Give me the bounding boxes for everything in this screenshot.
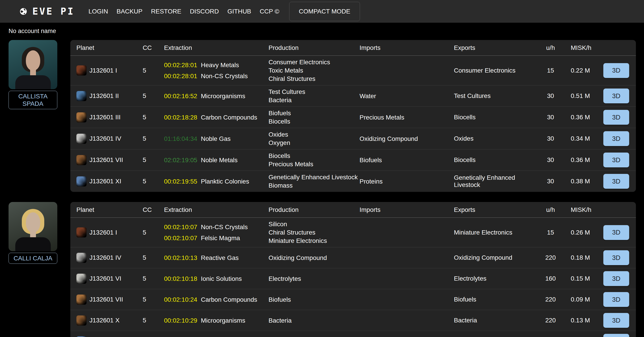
imports-cell: Precious Metals: [360, 113, 454, 122]
planet-row: J132601 X 5 00:02:10:29Microorganisms Ba…: [70, 310, 636, 331]
misk-value: 0.22 M: [560, 67, 603, 74]
planet-name: J132601 I: [90, 67, 117, 74]
planet-icon: [76, 66, 86, 76]
extraction-resource: Noble Gas: [201, 134, 230, 143]
misk-value: 0.38 M: [560, 178, 603, 185]
production-cell: BiocellsPrecious Metals: [268, 152, 360, 168]
nav-link-discord[interactable]: DISCORD: [190, 8, 219, 15]
view-3d-button[interactable]: 3D: [603, 152, 629, 168]
planet-name: J132601 XI: [90, 178, 121, 185]
view-3d-button[interactable]: 3D: [603, 131, 629, 146]
column-header-production: Production: [268, 44, 360, 52]
extraction-resource: Heavy Metals: [201, 61, 239, 69]
column-header-uh: u/h: [542, 206, 560, 214]
nav-link-login[interactable]: LOGIN: [88, 8, 108, 15]
view-3d-button[interactable]: 3D: [603, 63, 629, 78]
view-cell: 3D: [603, 292, 636, 307]
extraction-timer: 00:02:28:01: [164, 61, 197, 69]
nav-link-github[interactable]: GITHUB: [228, 8, 251, 15]
planets-table: Planet CC Extraction Production Imports …: [70, 202, 636, 337]
production-item: Biomass: [268, 181, 360, 190]
column-header-uh: u/h: [542, 44, 560, 52]
view-cell: 3D: [603, 334, 636, 337]
view-cell: 3D: [603, 63, 636, 78]
view-cell: 3D: [603, 110, 636, 125]
extraction-line: 00:02:16:52Microorganisms: [164, 92, 268, 100]
production-item: Toxic Metals: [268, 66, 360, 74]
exports-value: Miniature Electronics: [454, 229, 542, 236]
extraction-resource: Non-CS Crystals: [201, 72, 248, 80]
extraction-cell: 00:02:28:01Heavy Metals00:02:28:01Non-CS…: [164, 61, 268, 80]
cc-value: 5: [143, 156, 164, 164]
uh-value: 30: [542, 178, 560, 185]
misk-value: 0.18 M: [560, 254, 603, 261]
column-header-extraction: Extraction: [164, 44, 268, 52]
column-header-misk: MISK/h: [560, 44, 603, 52]
view-3d-button[interactable]: 3D: [603, 88, 629, 103]
misk-value: 0.09 M: [560, 296, 603, 303]
view-3d-button[interactable]: 3D: [603, 174, 629, 189]
planet-icon: [76, 91, 86, 101]
character-name-button[interactable]: CALLI CALJA: [8, 253, 57, 264]
view-3d-button[interactable]: 3D: [603, 271, 629, 286]
imports-cell: Oxidizing Compound: [360, 134, 454, 143]
planet-name: J132601 VI: [90, 275, 121, 282]
extraction-timer: 00:02:10:29: [164, 316, 197, 325]
planet-row: J132601 I 5 00:02:10:07Non-CS Crystals00…: [70, 218, 636, 247]
view-cell: 3D: [603, 271, 636, 286]
planet-row: J132601 IV 5 00:02:10:13Reactive Gas Oxi…: [70, 247, 636, 268]
planet-row: J132601 XI 5 00:02:10:35Complex Organism…: [70, 331, 636, 337]
import-item: Precious Metals: [360, 113, 454, 122]
uh-value: 30: [542, 135, 560, 142]
column-header-planet: Planet: [76, 44, 143, 52]
uh-value: 160: [542, 275, 560, 282]
planet-icon: [76, 227, 86, 238]
extraction-timer: 00:02:10:07: [164, 223, 197, 231]
extraction-cell: 00:02:10:13Reactive Gas: [164, 254, 268, 262]
view-3d-button[interactable]: 3D: [603, 225, 629, 240]
portrait-face: [26, 50, 40, 70]
production-item: Bacteria: [268, 96, 360, 104]
production-cell: Electrolytes: [268, 274, 360, 283]
extraction-cell: 00:02:10:07Non-CS Crystals00:02:10:07Fel…: [164, 223, 268, 242]
account-section: CALLISTA SPADA Planet CC Extraction Prod…: [0, 40, 644, 192]
extraction-line: 00:02:10:18Ionic Solutions: [164, 274, 268, 283]
misk-value: 0.34 M: [560, 135, 603, 142]
planet-icon: [76, 155, 86, 165]
character-name-button[interactable]: CALLISTA SPADA: [8, 91, 57, 109]
cc-value: 5: [143, 254, 164, 261]
planet-row: J132601 II 5 00:02:16:52Microorganisms T…: [70, 85, 636, 106]
account-section: CALLI CALJA Planet CC Extraction Product…: [0, 202, 644, 337]
planet-name: J132601 II: [90, 92, 119, 100]
production-item: Oxides: [268, 130, 360, 138]
nav-link-backup[interactable]: BACKUP: [116, 8, 142, 15]
imports-cell: Biofuels: [360, 156, 454, 164]
planet-icon: [76, 134, 86, 144]
view-3d-button[interactable]: 3D: [603, 313, 629, 328]
production-item: Test Cultures: [268, 88, 360, 96]
view-3d-button[interactable]: 3D: [603, 292, 629, 307]
column-header-cc: CC: [143, 206, 164, 214]
app-logo[interactable]: EVE PI: [19, 6, 74, 17]
compact-mode-button[interactable]: COMPACT MODE: [289, 2, 360, 21]
cc-value: 5: [143, 92, 164, 100]
planet-row: J132601 VII 5 00:02:10:24Carbon Compound…: [70, 289, 636, 310]
misk-value: 0.13 M: [560, 317, 603, 324]
nav-link-restore[interactable]: RESTORE: [151, 8, 181, 15]
column-header-planet: Planet: [76, 206, 143, 214]
accounts-list: CALLISTA SPADA Planet CC Extraction Prod…: [0, 40, 644, 337]
planet-cell: J132601 VI: [76, 274, 143, 284]
planet-cell: J132601 VII: [76, 155, 143, 165]
planet-row: J132601 III 5 00:02:18:28Carbon Compound…: [70, 106, 636, 128]
planet-name: J132601 IV: [90, 135, 121, 142]
extraction-line: 00:02:18:28Carbon Compounds: [164, 113, 268, 122]
nav-link-ccp[interactable]: CCP ©: [260, 8, 279, 15]
view-3d-button[interactable]: 3D: [603, 110, 629, 125]
view-3d-button[interactable]: 3D: [603, 250, 629, 265]
view-3d-button[interactable]: 3D: [603, 334, 629, 337]
cc-value: 5: [143, 67, 164, 74]
production-cell: Biofuels: [268, 296, 360, 304]
column-header-exports: Exports: [454, 206, 542, 214]
planet-name: J132601 X: [90, 317, 120, 324]
extraction-cell: 00:02:10:24Carbon Compounds: [164, 296, 268, 304]
